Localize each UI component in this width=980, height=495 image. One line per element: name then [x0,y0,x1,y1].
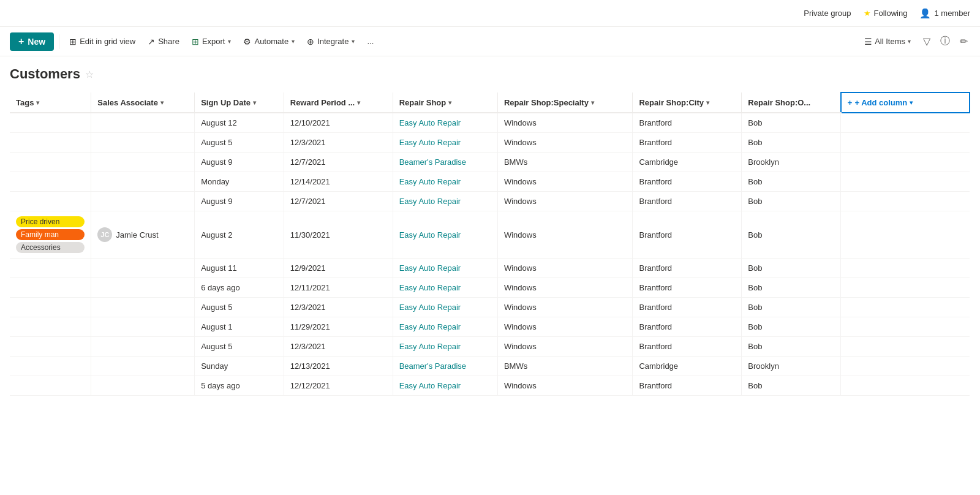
private-group-label: Private group [804,9,851,18]
col-header-repair-shop[interactable]: Repair Shop ▾ [393,93,497,113]
table-row: August 1112/9/2021Easy Auto RepairWindow… [10,259,970,278]
favorite-icon[interactable]: ☆ [85,69,94,80]
repair-shop-link[interactable]: Easy Auto Repair [399,138,461,147]
following-button[interactable]: ★ Following [864,9,908,18]
repair-shop-link[interactable]: Easy Auto Repair [399,342,461,351]
tag-badge: Accessories [16,242,85,253]
cell-sign-up-date: August 5 [195,337,284,357]
repair-shop-link[interactable]: Easy Auto Repair [399,303,461,312]
cell-repair-shop[interactable]: Easy Auto Repair [393,278,497,298]
cell-add-column [841,376,970,396]
info-button[interactable]: ⓘ [938,32,952,50]
star-icon: ★ [864,9,871,18]
edit-grid-button[interactable]: ⊞ Edit in grid view [64,34,140,50]
cell-repair-shop-specialty: Windows [497,376,633,396]
col-header-repair-shop-city[interactable]: Repair Shop:City ▾ [633,93,742,113]
cell-repair-shop[interactable]: Easy Auto Repair [393,172,497,192]
repair-shop-link[interactable]: Easy Auto Repair [399,118,461,127]
table-container[interactable]: Tags ▾ Sales Associate ▾ Sign Up Date [10,92,970,396]
cell-tags [10,376,91,396]
table-row: August 512/3/2021Easy Auto RepairWindows… [10,337,970,357]
view-icon: ☰ [864,37,872,47]
cell-sign-up-date: August 2 [195,211,284,259]
cell-sales-associate [91,337,195,357]
edit-button[interactable]: ✏ [957,33,970,50]
cell-sales-associate [91,259,195,278]
view-selector[interactable]: ☰ All Items ▾ [859,34,916,49]
cell-repair-shop[interactable]: Easy Auto Repair [393,211,497,259]
cell-repair-shop-specialty: Windows [497,192,633,211]
col-header-sales-associate[interactable]: Sales Associate ▾ [91,93,195,113]
repair-shop-link[interactable]: Easy Auto Repair [399,177,461,186]
cell-reward-period: 12/10/2021 [284,113,393,133]
cell-repair-shop-o: Bob [742,317,841,337]
more-button[interactable]: ... [362,34,379,49]
repair-shop-link[interactable]: Easy Auto Repair [399,322,461,331]
cell-repair-shop[interactable]: Easy Auto Repair [393,376,497,396]
cell-sign-up-date: August 11 [195,259,284,278]
add-column-button[interactable]: + + Add column ▾ [841,93,970,113]
cell-repair-shop[interactable]: Beamer's Paradise [393,357,497,376]
customers-table: Tags ▾ Sales Associate ▾ Sign Up Date [10,92,970,396]
col-header-repair-shop-specialty[interactable]: Repair Shop:Specialty ▾ [497,93,633,113]
share-button[interactable]: ↗ Share [143,34,184,50]
chevron-down-icon-2: ▾ [292,38,295,45]
automate-button[interactable]: ⚙ Automate ▾ [238,34,300,50]
tag-badge: Price driven [16,216,85,227]
cell-repair-shop[interactable]: Easy Auto Repair [393,337,497,357]
cell-sales-associate [91,357,195,376]
repair-shop-link[interactable]: Easy Auto Repair [399,197,461,206]
grid-icon: ⊞ [69,37,77,47]
col-header-repair-shop-o[interactable]: Repair Shop:O... [742,93,841,113]
cell-repair-shop-specialty: BMWs [497,153,633,172]
cell-repair-shop[interactable]: Easy Auto Repair [393,133,497,153]
chevron-tags: ▾ [36,99,39,106]
cell-reward-period: 12/3/2021 [284,133,393,153]
cell-repair-shop-o: Bob [742,298,841,317]
cell-sign-up-date: August 12 [195,113,284,133]
cell-repair-shop-city: Brantford [633,317,742,337]
cell-repair-shop-o: Bob [742,192,841,211]
cell-sign-up-date: 5 days ago [195,376,284,396]
excel-icon: ⊞ [192,37,199,47]
cell-add-column [841,278,970,298]
cell-sign-up-date: August 9 [195,192,284,211]
cell-repair-shop[interactable]: Easy Auto Repair [393,259,497,278]
table-row: Price drivenFamily manAccessoriesJCJamie… [10,211,970,259]
new-button[interactable]: + New [10,32,54,51]
cell-reward-period: 12/14/2021 [284,172,393,192]
repair-shop-link[interactable]: Beamer's Paradise [399,361,466,371]
repair-shop-link[interactable]: Easy Auto Repair [399,381,461,390]
repair-shop-link[interactable]: Easy Auto Repair [399,263,461,273]
cell-repair-shop-o: Bob [742,259,841,278]
cell-tags [10,317,91,337]
cell-repair-shop-specialty: Windows [497,337,633,357]
cell-repair-shop[interactable]: Easy Auto Repair [393,298,497,317]
cell-repair-shop-o: Bob [742,133,841,153]
cell-repair-shop-specialty: Windows [497,278,633,298]
repair-shop-link[interactable]: Beamer's Paradise [399,157,466,167]
chevron-specialty: ▾ [591,99,594,106]
cell-repair-shop-specialty: BMWs [497,357,633,376]
cell-repair-shop[interactable]: Beamer's Paradise [393,153,497,172]
cell-repair-shop-specialty: Windows [497,317,633,337]
integrate-button[interactable]: ⊕ Integrate ▾ [302,34,360,50]
col-header-sign-up-date[interactable]: Sign Up Date ▾ [195,93,284,113]
page-content: Customers ☆ Tags ▾ Sales Associate ▾ [0,56,980,396]
cell-sales-associate [91,298,195,317]
chevron-down-icon-3: ▾ [352,38,355,45]
export-button[interactable]: ⊞ Export ▾ [187,34,236,50]
toolbar: + New ⊞ Edit in grid view ↗ Share ⊞ Expo… [0,27,980,56]
table-row: 5 days ago12/12/2021Easy Auto RepairWind… [10,376,970,396]
person-icon: 👤 [919,8,931,19]
repair-shop-link[interactable]: Easy Auto Repair [399,230,461,240]
cell-repair-shop-city: Brantford [633,298,742,317]
cell-repair-shop[interactable]: Easy Auto Repair [393,317,497,337]
repair-shop-link[interactable]: Easy Auto Repair [399,283,461,292]
filter-button[interactable]: ▽ [921,33,933,50]
cell-add-column [841,317,970,337]
col-header-tags[interactable]: Tags ▾ [10,93,91,113]
cell-repair-shop[interactable]: Easy Auto Repair [393,113,497,133]
cell-repair-shop[interactable]: Easy Auto Repair [393,192,497,211]
col-header-reward-period[interactable]: Reward Period ... ▾ [284,93,393,113]
